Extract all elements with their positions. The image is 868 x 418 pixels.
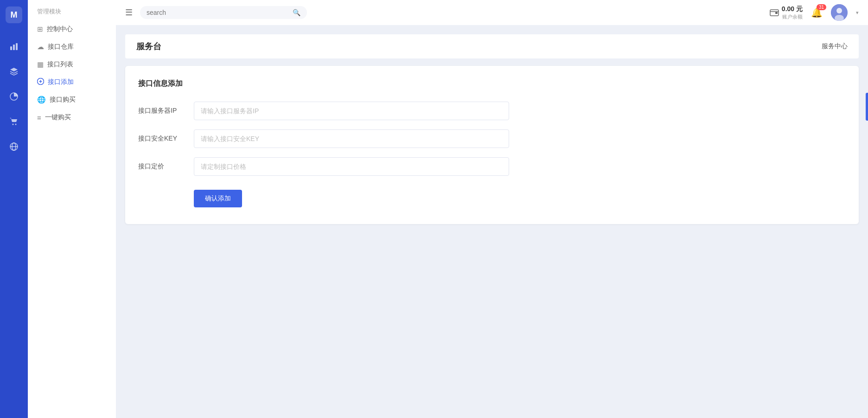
form-card: 接口信息添加 接口服务器IP 接口安全KEY 接口定价 确认添加: [125, 66, 859, 224]
search-icon: 🔍: [293, 9, 300, 16]
right-accent-bar: [866, 93, 868, 121]
warehouse-icon: ☁: [37, 43, 44, 51]
cart-nav-icon[interactable]: [6, 113, 22, 130]
notification-button[interactable]: 🔔 31: [811, 7, 823, 18]
server-ip-label: 接口服务器IP: [138, 107, 194, 115]
submit-button[interactable]: 确认添加: [194, 190, 242, 207]
avatar[interactable]: [831, 4, 848, 21]
control-center-icon: ⊞: [37, 25, 43, 33]
list-icon: ▦: [37, 60, 44, 69]
sidebar-item-label: 接口购买: [50, 96, 76, 104]
balance-display: 0.00 元 账户余额: [782, 5, 803, 20]
logo: M: [6, 6, 22, 25]
svg-marker-5: [10, 68, 18, 71]
search-box: 🔍: [140, 6, 307, 19]
pricing-input[interactable]: [194, 157, 509, 176]
hamburger-button[interactable]: ☰: [125, 7, 133, 18]
sidebar-item-label: 控制中心: [47, 25, 73, 33]
server-ip-row: 接口服务器IP: [138, 102, 846, 120]
layers-nav-icon[interactable]: [6, 63, 22, 80]
page-header: 服务台 服务中心: [125, 34, 859, 58]
security-key-row: 接口安全KEY: [138, 129, 846, 148]
sidebar-item-buy[interactable]: 🌐 接口购买: [28, 91, 116, 109]
sidebar-item-label: 一键购买: [45, 113, 71, 122]
sidebar-item-warehouse[interactable]: ☁ 接口仓库: [28, 38, 116, 56]
security-key-input[interactable]: [194, 129, 509, 148]
balance-amount: 0.00 元: [782, 5, 803, 13]
add-icon: [37, 78, 44, 86]
security-key-label: 接口安全KEY: [138, 135, 194, 143]
top-bar: ☰ 🔍 0.00 元 账户余额 🔔 31: [116, 0, 868, 25]
quick-buy-icon: ≡: [37, 114, 41, 122]
bar-chart-icon[interactable]: [6, 38, 22, 55]
sidebar-item-label: 接口添加: [48, 78, 74, 86]
sidebar-item-control-center[interactable]: ⊞ 控制中心: [28, 20, 116, 38]
sidebar-section-title: 管理模块: [28, 7, 116, 20]
service-center-link[interactable]: 服务中心: [822, 42, 848, 51]
svg-rect-14: [775, 12, 778, 14]
pricing-row: 接口定价: [138, 157, 846, 176]
sidebar-item-add[interactable]: 接口添加: [28, 73, 116, 91]
wallet-icon: [770, 8, 779, 17]
main-sidebar: 管理模块 ⊞ 控制中心 ☁ 接口仓库 ▦ 接口列表 接口添加 🌐 接口购买 ≡ …: [28, 0, 116, 418]
form-card-title: 接口信息添加: [138, 79, 846, 89]
server-ip-input[interactable]: [194, 102, 509, 120]
svg-rect-3: [13, 45, 15, 50]
notification-badge: 31: [817, 4, 826, 10]
buy-icon: 🌐: [37, 96, 46, 104]
circle-nav-icon[interactable]: [6, 138, 22, 155]
svg-point-7: [13, 124, 14, 125]
sidebar-item-list[interactable]: ▦ 接口列表: [28, 56, 116, 73]
sidebar-item-quick-buy[interactable]: ≡ 一键购买: [28, 109, 116, 126]
svg-point-17: [836, 8, 842, 13]
balance-label: 账户余额: [782, 13, 803, 20]
page-title: 服务台: [136, 41, 161, 52]
user-chevron[interactable]: ▾: [856, 10, 859, 16]
pie-nav-icon[interactable]: [6, 88, 22, 105]
sidebar-item-label: 接口仓库: [48, 43, 74, 51]
icon-sidebar: M: [0, 0, 28, 418]
pricing-label: 接口定价: [138, 162, 194, 171]
svg-rect-4: [16, 43, 18, 50]
top-bar-right: 0.00 元 账户余额 🔔 31 ▾: [770, 4, 859, 21]
content-wrapper: ☰ 🔍 0.00 元 账户余额 🔔 31: [116, 0, 868, 418]
svg-text:M: M: [11, 10, 18, 19]
page-content: 服务台 服务中心 接口信息添加 接口服务器IP 接口安全KEY 接口定价 确认添…: [116, 25, 868, 418]
sidebar-item-label: 接口列表: [47, 60, 73, 69]
balance-area: 0.00 元 账户余额: [770, 5, 803, 20]
svg-point-8: [15, 124, 17, 125]
search-input[interactable]: [147, 9, 289, 16]
svg-rect-2: [10, 46, 12, 50]
